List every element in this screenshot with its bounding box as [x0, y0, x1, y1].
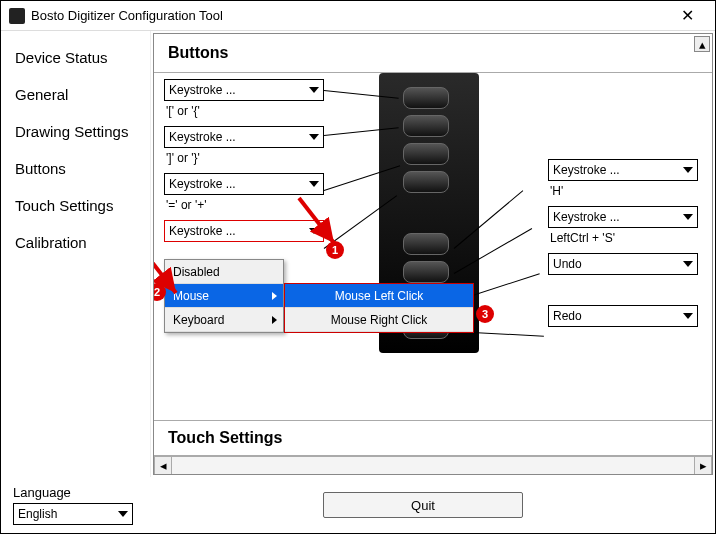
combo-right-2[interactable]: Undo	[548, 253, 698, 275]
scrollbar-track[interactable]	[172, 457, 694, 474]
chevron-down-icon	[309, 134, 319, 140]
window-close-button[interactable]: ✕	[667, 1, 707, 31]
sidebar-item-drawing-settings[interactable]: Drawing Settings	[1, 113, 150, 150]
combo-left-0[interactable]: Keystroke ...	[164, 79, 324, 101]
combo-right-1[interactable]: Keystroke ...	[548, 206, 698, 228]
chevron-down-icon	[309, 181, 319, 187]
chevron-down-icon	[309, 87, 319, 93]
sidebar-item-calibration[interactable]: Calibration	[1, 224, 150, 261]
combo-left-2[interactable]: Keystroke ...	[164, 173, 324, 195]
chevron-down-icon	[118, 511, 128, 517]
combo-value: Keystroke ...	[169, 130, 236, 144]
scroll-left-button[interactable]: ◂	[154, 457, 172, 474]
chevron-down-icon	[683, 167, 693, 173]
combo-value: Redo	[553, 309, 582, 323]
quit-button[interactable]: Quit	[323, 492, 523, 518]
hw-button	[403, 233, 449, 255]
hw-button	[403, 261, 449, 283]
language-select[interactable]: English	[13, 503, 133, 525]
buttons-content: Keystroke ... '[' or '{' Keystroke ... '…	[154, 73, 712, 420]
sidebar-item-device-status[interactable]: Device Status	[1, 39, 150, 76]
chevron-down-icon	[683, 214, 693, 220]
menu-item-label: Mouse Right Click	[331, 313, 428, 327]
app-window: Bosto Digitizer Configuration Tool ✕ Dev…	[0, 0, 716, 534]
sidebar: Device Status General Drawing Settings B…	[1, 31, 151, 477]
sidebar-item-buttons[interactable]: Buttons	[1, 150, 150, 187]
hw-button	[403, 87, 449, 109]
combo-value: Keystroke ...	[169, 83, 236, 97]
hw-button	[403, 115, 449, 137]
hw-button	[403, 143, 449, 165]
combo-value: English	[18, 507, 57, 521]
combo-left-1[interactable]: Keystroke ...	[164, 126, 324, 148]
combo-value: Keystroke ...	[553, 210, 620, 224]
sidebar-item-general[interactable]: General	[1, 76, 150, 113]
combo-left-0-hint: '[' or '{'	[166, 104, 324, 118]
hw-button	[403, 171, 449, 193]
submenu-item-mouse-right-click[interactable]: Mouse Right Click	[285, 308, 473, 332]
scroll-right-button[interactable]: ▸	[694, 457, 712, 474]
body: Device Status General Drawing Settings B…	[1, 31, 715, 477]
button-label: Quit	[411, 498, 435, 513]
svg-line-0	[299, 198, 334, 243]
combo-right-3[interactable]: Redo	[548, 305, 698, 327]
language-label: Language	[13, 485, 133, 500]
annotation-marker-3: 3	[476, 305, 494, 323]
annotation-marker-1: 1	[326, 241, 344, 259]
combo-value: Keystroke ...	[169, 224, 236, 238]
language-block: Language English	[13, 485, 133, 525]
window-title: Bosto Digitizer Configuration Tool	[31, 8, 667, 23]
horizontal-scrollbar[interactable]: ◂ ▸	[154, 456, 712, 474]
menu-item-label: Mouse Left Click	[335, 289, 424, 303]
right-column: Keystroke ... 'H' Keystroke ... LeftCtrl…	[548, 159, 698, 329]
submenu-arrow-icon	[272, 292, 277, 300]
combo-right-0[interactable]: Keystroke ...	[548, 159, 698, 181]
chevron-down-icon	[683, 261, 693, 267]
titlebar: Bosto Digitizer Configuration Tool ✕	[1, 1, 715, 31]
combo-value: Keystroke ...	[169, 177, 236, 191]
sidebar-item-touch-settings[interactable]: Touch Settings	[1, 187, 150, 224]
chevron-down-icon	[683, 313, 693, 319]
app-icon	[9, 8, 25, 24]
scroll-up-button[interactable]: ▴	[694, 36, 710, 52]
combo-right-1-hint: LeftCtrl + 'S'	[550, 231, 698, 245]
submenu-item-mouse-left-click[interactable]: Mouse Left Click	[285, 284, 473, 308]
combo-value: Keystroke ...	[553, 163, 620, 177]
submenu: Mouse Left Click Mouse Right Click	[284, 283, 474, 333]
submenu-arrow-icon	[272, 316, 277, 324]
combo-left-1-hint: ']' or '}'	[166, 151, 324, 165]
section-title-touch-settings: Touch Settings	[154, 420, 712, 456]
main-panel: ▴ Buttons Keystroke ... '[' or	[153, 33, 713, 475]
footer: Language English Quit	[1, 477, 715, 533]
menu-item-label: Keyboard	[173, 313, 224, 327]
menu-item-keyboard[interactable]: Keyboard	[165, 308, 283, 332]
section-title-buttons: Buttons	[154, 34, 712, 73]
combo-value: Undo	[553, 257, 582, 271]
combo-right-0-hint: 'H'	[550, 184, 698, 198]
